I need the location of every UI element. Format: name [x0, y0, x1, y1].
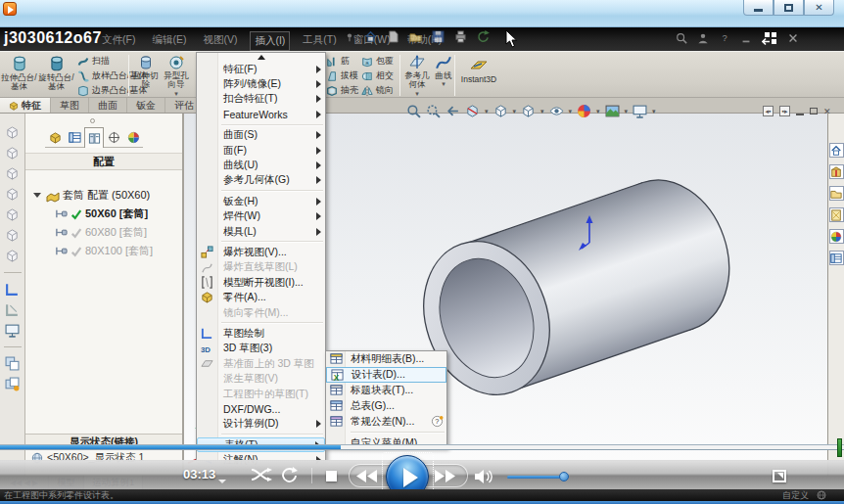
apply-scene-icon[interactable]	[605, 104, 620, 118]
pin-menu-icon[interactable]	[345, 32, 354, 42]
cube-icon[interactable]	[5, 228, 20, 243]
dropdown-arrow-icon[interactable]: ▾	[161, 90, 192, 98]
custom-properties-icon[interactable]	[829, 251, 844, 265]
minimize-icon[interactable]	[740, 32, 752, 44]
toolbar-button-shell-icon[interactable]: 抽壳	[326, 84, 358, 97]
cube-icon[interactable]	[5, 146, 20, 160]
help-bubble-icon[interactable]: ?	[431, 415, 444, 428]
manager-tab-display-manager[interactable]	[123, 127, 143, 148]
tree-config-item[interactable]: 50X60 [套筒]	[55, 206, 148, 221]
menu-item[interactable]: 设计算例(D)	[197, 417, 325, 432]
tree-config-item[interactable]: 80X100 [套筒]	[55, 244, 153, 258]
menu-item[interactable]: 特征(F)	[197, 62, 325, 76]
shuffle-button[interactable]	[251, 468, 272, 481]
stop-button[interactable]	[326, 471, 337, 481]
dropdown-arrow-icon[interactable]: ▾	[513, 108, 517, 115]
appearances-icon[interactable]	[829, 229, 844, 244]
volume-thumb[interactable]	[559, 472, 569, 481]
menu-item[interactable]: 钣金(H)	[197, 194, 325, 208]
menubar-item[interactable]: 工具(T)	[299, 31, 340, 51]
volume-icon[interactable]	[475, 469, 494, 484]
menubar-item[interactable]: 视图(V)	[199, 31, 241, 51]
menu-item[interactable]: 曲面(S)	[197, 128, 325, 143]
view-orientation-icon[interactable]	[493, 104, 508, 118]
toolbar-button-reference-geometry-icon[interactable]: 参考几何体▾	[402, 54, 432, 97]
toolbar-button-curves-icon[interactable]: 曲线▾	[432, 54, 455, 88]
toolbar-button-cut-extrude-icon[interactable]: 拉伸切除	[131, 54, 161, 90]
derived-sketch-icon[interactable]	[5, 302, 20, 317]
menu-item[interactable]: 3D3D 草图(3)	[197, 342, 325, 356]
menu-item[interactable]: FeatureWorks	[197, 107, 325, 121]
menu-item[interactable]: 基准面上的 3D 草图	[197, 356, 325, 371]
submenu-item[interactable]: 总表(G)...	[326, 398, 446, 414]
repeat-button[interactable]	[281, 467, 298, 482]
menu-item[interactable]: 爆炸直线草图(L)	[197, 260, 325, 275]
doc-restore-icon[interactable]	[810, 108, 818, 115]
tab-曲面[interactable]: 曲面	[89, 98, 127, 113]
user-icon[interactable]	[697, 32, 709, 44]
menu-item[interactable]: 镜向零件(M)...	[197, 305, 325, 320]
fullscreen-button[interactable]	[773, 470, 786, 482]
menu-item[interactable]: 派生草图(V)	[197, 371, 325, 386]
sw-resources-icon[interactable]	[829, 143, 844, 158]
tiles-icon[interactable]	[762, 30, 777, 46]
menu-item[interactable]: 面(F)	[197, 143, 325, 158]
cube-icon[interactable]	[5, 166, 20, 181]
restore-button[interactable]	[774, 0, 804, 16]
display-style-icon[interactable]	[521, 104, 536, 118]
tab-草图[interactable]: 草图	[51, 98, 89, 113]
home-icon[interactable]	[364, 30, 377, 43]
menu-item[interactable]: 阵列/镜像(E)	[197, 76, 325, 91]
toolbar-button-hole-wizard-icon[interactable]: 异型孔向导▾	[161, 54, 192, 97]
expand-arrow-icon[interactable]	[33, 193, 41, 198]
toolbar-button-mirror-icon[interactable]: 镜向	[361, 84, 394, 97]
toolbar-button-boss-extrude-icon[interactable]: 拉伸凸台/基体	[1, 54, 37, 92]
toolbar-button-draft-icon[interactable]: 拔模	[326, 69, 358, 82]
sketch-tool-icon[interactable]	[5, 282, 20, 297]
menu-item[interactable]: 零件(A)...	[197, 290, 325, 304]
cube-icon[interactable]	[5, 125, 20, 140]
menubar-item[interactable]: 文件(F)	[98, 31, 139, 51]
file-explorer-icon[interactable]	[829, 186, 844, 201]
doc-minimize-icon[interactable]	[796, 108, 804, 115]
view-settings-icon[interactable]	[633, 104, 647, 118]
dropdown-arrow-icon[interactable]: ▾	[485, 108, 489, 115]
doc-prev-icon[interactable]: ◂▪	[763, 106, 774, 116]
doc-close-icon[interactable]: ✕	[823, 107, 831, 116]
tab-特征[interactable]: 特征	[0, 98, 51, 113]
zoom-fit-icon[interactable]	[406, 104, 421, 118]
help-icon[interactable]: ?	[719, 32, 730, 44]
print-icon[interactable]	[454, 30, 467, 43]
menu-item[interactable]: 曲线(U)	[197, 158, 325, 172]
dropdown-arrow-icon[interactable]: ▾	[569, 108, 573, 115]
minimize-button[interactable]	[743, 0, 774, 16]
manager-tab-configuration-manager[interactable]	[84, 127, 104, 148]
cascade-windows-icon[interactable]	[5, 377, 20, 391]
menu-item[interactable]: 扣合特征(T)	[197, 92, 325, 107]
rebuild-icon[interactable]	[477, 30, 490, 43]
hide-show-icon[interactable]	[549, 104, 564, 118]
open-icon[interactable]	[409, 30, 422, 43]
dropdown-arrow-icon[interactable]: ▾	[540, 108, 544, 115]
menu-item[interactable]: 草图绘制	[197, 326, 325, 341]
submenu-item[interactable]: 常规公差(N)...?	[326, 414, 446, 430]
dropdown-arrow-icon[interactable]: ▾	[625, 108, 629, 115]
view-palette-icon[interactable]	[829, 207, 844, 222]
toolbar-button-sweep-icon[interactable]: 扫描	[77, 55, 110, 68]
volume-slider[interactable]	[507, 476, 560, 479]
toolbar-button-wrap-icon[interactable]: a包覆	[361, 55, 394, 68]
manager-tab-feature-manager[interactable]	[45, 127, 65, 148]
save-icon[interactable]	[432, 30, 445, 43]
submenu-item[interactable]: 标题块表(T)...	[326, 383, 446, 398]
menu-item[interactable]: 爆炸视图(V)...	[197, 245, 325, 259]
manager-tab-property-manager[interactable]	[65, 127, 84, 148]
player-titlebar[interactable]	[0, 0, 844, 27]
close-button[interactable]: ✕	[804, 0, 834, 16]
previous-view-icon[interactable]	[445, 104, 460, 118]
customize-label[interactable]: 自定义	[782, 489, 809, 502]
menubar-item[interactable]: 编辑(E)	[148, 31, 190, 51]
dropdown-arrow-icon[interactable]: ▾	[652, 108, 656, 115]
manager-tab-dimxpert-manager[interactable]	[104, 127, 123, 148]
submenu-item[interactable]: X设计表(D)...	[326, 367, 446, 383]
time-caret-icon[interactable]	[218, 480, 226, 483]
